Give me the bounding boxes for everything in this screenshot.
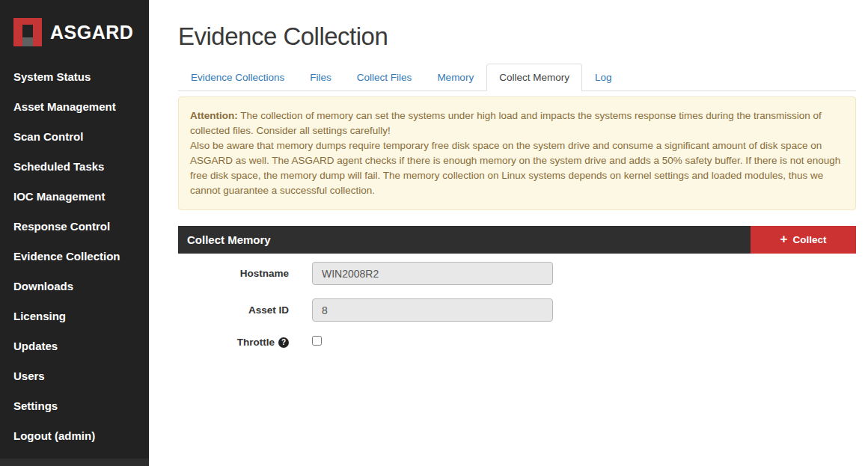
- panel-title: Collect Memory: [178, 233, 271, 246]
- throttle-row: Throttle ?: [178, 335, 856, 358]
- sidebar-item-scheduled-tasks[interactable]: Scheduled Tasks: [0, 151, 149, 181]
- sidebar-item-ioc-management[interactable]: IOC Management: [0, 181, 149, 211]
- tab-collect-files[interactable]: Collect Files: [344, 64, 425, 91]
- alert-prefix: Attention:: [190, 110, 238, 121]
- alert-text-1: The collection of memory can set the sys…: [190, 110, 822, 136]
- sidebar-item-licensing[interactable]: Licensing: [0, 301, 149, 331]
- tab-memory[interactable]: Memory: [424, 64, 486, 91]
- main-content: Evidence Collection Evidence Collections…: [149, 0, 868, 358]
- asset-id-field[interactable]: [312, 298, 553, 322]
- throttle-checkbox[interactable]: [312, 336, 322, 346]
- hostname-label: Hostname: [178, 268, 289, 279]
- sidebar-item-logout[interactable]: Logout (admin): [0, 420, 149, 450]
- page-title: Evidence Collection: [178, 22, 856, 51]
- throttle-label-text: Throttle: [237, 337, 275, 348]
- throttle-label: Throttle ?: [178, 335, 289, 348]
- sidebar-item-users[interactable]: Users: [0, 361, 149, 390]
- tab-log[interactable]: Log: [582, 64, 625, 91]
- asgard-logo-icon: [13, 18, 42, 46]
- sidebar-item-response-control[interactable]: Response Control: [0, 211, 149, 241]
- sidebar-nav: System Status Asset Management Scan Cont…: [0, 61, 149, 450]
- sidebar-item-system-status[interactable]: System Status: [0, 61, 149, 91]
- plus-icon: +: [780, 233, 788, 245]
- collect-button[interactable]: + Collect: [751, 226, 856, 254]
- tab-collect-memory[interactable]: Collect Memory: [486, 64, 582, 91]
- sidebar-item-settings[interactable]: Settings: [0, 390, 149, 420]
- asgard-logo[interactable]: ASGARD: [0, 0, 149, 46]
- sidebar-item-evidence-collection[interactable]: Evidence Collection: [0, 241, 149, 271]
- brand-name: ASGARD: [50, 22, 133, 43]
- panel-header: Collect Memory + Collect: [178, 226, 856, 254]
- attention-alert: Attention: The collection of memory can …: [178, 96, 856, 210]
- hostname-row: Hostname: [178, 262, 856, 285]
- collect-memory-form: Hostname Asset ID Throttle ?: [178, 262, 856, 358]
- sidebar-footer: [0, 459, 149, 466]
- logo-tower-top: [22, 25, 33, 37]
- throttle-checkbox-cell: [312, 335, 553, 349]
- logo-tower-bottom: [22, 37, 33, 46]
- sidebar-item-asset-management[interactable]: Asset Management: [0, 91, 149, 121]
- asset-id-row: Asset ID: [178, 298, 856, 322]
- sidebar: ASGARD System Status Asset Management Sc…: [0, 0, 149, 466]
- collect-button-label: Collect: [792, 234, 826, 245]
- tab-bar: Evidence Collections Files Collect Files…: [178, 64, 856, 91]
- tab-evidence-collections[interactable]: Evidence Collections: [178, 64, 297, 91]
- tab-files[interactable]: Files: [297, 64, 344, 91]
- sidebar-item-downloads[interactable]: Downloads: [0, 271, 149, 301]
- hostname-field[interactable]: [312, 262, 553, 285]
- help-icon[interactable]: ?: [278, 337, 289, 348]
- alert-text-2: Also be aware that memory dumps require …: [190, 140, 840, 196]
- asset-id-label: Asset ID: [178, 304, 289, 316]
- sidebar-item-updates[interactable]: Updates: [0, 331, 149, 361]
- sidebar-item-scan-control[interactable]: Scan Control: [0, 121, 149, 151]
